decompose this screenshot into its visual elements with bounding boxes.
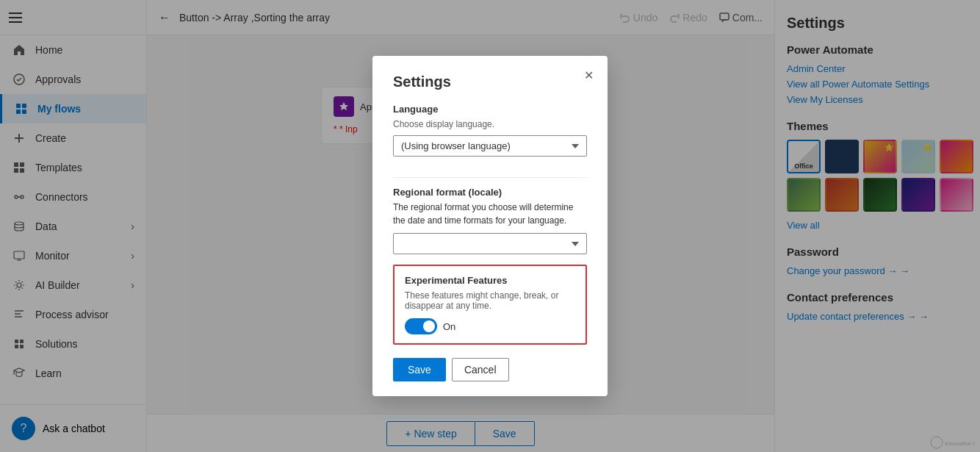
- experimental-title: Experimental Features: [405, 275, 575, 286]
- experimental-desc: These features might change, break, or d…: [405, 290, 575, 311]
- modal-save-button[interactable]: Save: [393, 358, 446, 381]
- toggle-thumb: [423, 320, 435, 332]
- experimental-features-box: Experimental Features These features mig…: [393, 265, 587, 345]
- modal-language-label: Language: [393, 104, 587, 115]
- modal-language-sublabel: Choose display language.: [393, 119, 587, 129]
- modal-title: Settings: [393, 73, 587, 90]
- modal-regional-desc: The regional format you choose will dete…: [393, 201, 587, 227]
- modal-regional-label: Regional format (locale): [393, 187, 587, 198]
- toggle-label: On: [443, 321, 455, 332]
- modal-backdrop: Settings ✕ Language Choose display langu…: [0, 0, 980, 452]
- language-select[interactable]: (Using browser language): [393, 135, 587, 157]
- modal-divider: [393, 177, 587, 178]
- settings-modal: Settings ✕ Language Choose display langu…: [372, 56, 608, 396]
- modal-buttons: Save Cancel: [393, 358, 587, 381]
- experimental-toggle[interactable]: [405, 318, 437, 334]
- modal-cancel-button[interactable]: Cancel: [452, 358, 509, 381]
- regional-select[interactable]: [393, 233, 587, 254]
- modal-close-button[interactable]: ✕: [580, 66, 597, 84]
- toggle-row: On: [405, 318, 575, 334]
- regional-select-container: [393, 233, 587, 254]
